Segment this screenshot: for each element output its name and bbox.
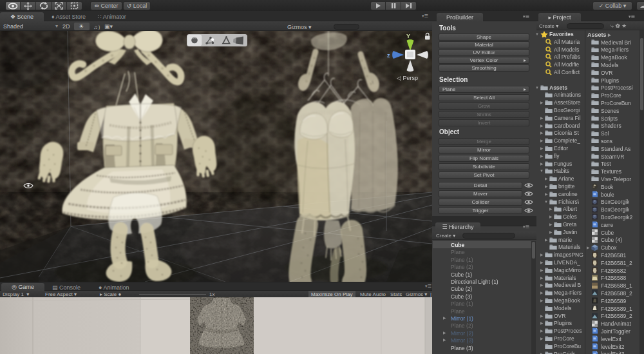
svg-text:Y: Y — [406, 33, 410, 39]
svg-text:◁ Persp: ◁ Persp — [397, 75, 418, 81]
svg-text:z: z — [387, 52, 390, 59]
